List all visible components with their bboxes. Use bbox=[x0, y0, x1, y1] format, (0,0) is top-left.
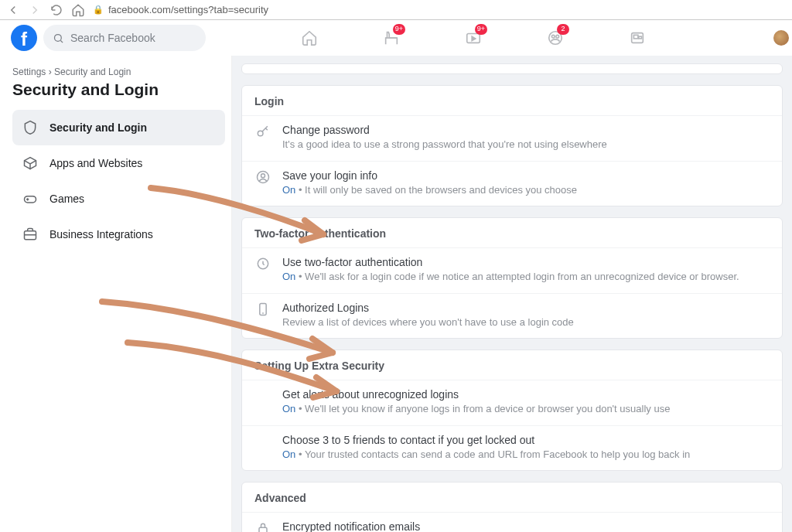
row-desc: On • We'll let you know if anyone logs i… bbox=[282, 402, 770, 416]
sidebar-item-label: Business Integrations bbox=[50, 228, 153, 240]
row-title: Choose 3 to 5 friends to contact if you … bbox=[282, 434, 770, 446]
games-icon bbox=[20, 189, 40, 209]
row-authorized-logins[interactable]: Authorized Logins Review a list of devic… bbox=[242, 293, 782, 339]
row-title: Save your login info bbox=[282, 169, 770, 182]
sidebar-item-label: Games bbox=[50, 193, 84, 205]
nav-tabs: 9+ 9+ 2 bbox=[292, 20, 654, 56]
key-icon bbox=[254, 124, 271, 152]
section-heading: Setting Up Extra Security bbox=[242, 350, 782, 380]
blank-icon bbox=[254, 388, 271, 416]
svg-point-0 bbox=[55, 34, 62, 41]
row-alerts[interactable]: Get alerts about unrecognized logins On … bbox=[242, 380, 782, 425]
badge-groups: 2 bbox=[557, 24, 569, 35]
phone-icon bbox=[254, 302, 271, 329]
row-desc: On • Your trusted contacts can send a co… bbox=[282, 448, 770, 462]
row-desc: It's a good idea to use a strong passwor… bbox=[282, 138, 770, 152]
business-icon bbox=[20, 224, 40, 244]
badge-friends: 9+ bbox=[393, 24, 405, 35]
blank-icon bbox=[254, 434, 271, 462]
row-title: Encrypted notification emails bbox=[282, 520, 770, 532]
section-heading: Login bbox=[242, 86, 782, 115]
card-tfa: Two-factor authentication Use two-factor… bbox=[241, 217, 783, 339]
nav-groups[interactable]: 2 bbox=[538, 23, 572, 53]
search-placeholder: Search Facebook bbox=[70, 32, 155, 44]
reload-icon[interactable] bbox=[50, 3, 63, 17]
forward-icon[interactable] bbox=[28, 3, 42, 17]
sidebar-item-label: Security and Login bbox=[50, 121, 147, 134]
apps-icon bbox=[20, 153, 40, 173]
nav-home[interactable] bbox=[292, 23, 326, 53]
status-on: On bbox=[282, 448, 295, 460]
row-desc: On • We'll ask for a login code if we no… bbox=[282, 270, 770, 284]
svg-point-12 bbox=[261, 173, 265, 177]
page-title: Security and Login bbox=[12, 80, 225, 99]
row-desc: On • It will only be saved on the browse… bbox=[282, 183, 770, 197]
address-bar[interactable]: 🔒 facebook.com/settings?tab=security bbox=[93, 4, 268, 15]
card-spacer bbox=[241, 63, 783, 74]
row-title: Get alerts about unrecognized logins bbox=[282, 388, 770, 401]
browser-chrome: 🔒 facebook.com/settings?tab=security bbox=[0, 0, 792, 20]
svg-rect-6 bbox=[633, 35, 638, 39]
main-panel: Login Change password It's a good idea t… bbox=[232, 56, 792, 532]
sidebar-item-apps[interactable]: Apps and Websites bbox=[12, 145, 225, 181]
url-text: facebook.com/settings?tab=security bbox=[108, 4, 268, 15]
sidebar-item-games[interactable]: Games bbox=[12, 181, 225, 217]
row-title: Authorized Logins bbox=[282, 302, 770, 314]
svg-rect-7 bbox=[639, 36, 642, 39]
lock-icon: 🔒 bbox=[93, 5, 104, 15]
lock-icon bbox=[254, 520, 271, 532]
facebook-logo[interactable]: f bbox=[11, 25, 37, 51]
status-on: On bbox=[282, 403, 295, 414]
breadcrumb[interactable]: Settings › Security and Login bbox=[12, 66, 225, 77]
card-login: Login Change password It's a good idea t… bbox=[241, 85, 783, 206]
svg-point-4 bbox=[556, 35, 559, 38]
home-icon[interactable] bbox=[71, 3, 85, 17]
back-icon[interactable] bbox=[6, 3, 20, 17]
row-desc: Review a list of devices where you won't… bbox=[282, 315, 770, 329]
sidebar-item-label: Apps and Websites bbox=[50, 157, 142, 169]
status-on: On bbox=[282, 184, 295, 196]
security-icon bbox=[20, 118, 40, 138]
sidebar-item-security[interactable]: Security and Login bbox=[12, 110, 225, 145]
nav-friends[interactable]: 9+ bbox=[374, 23, 408, 53]
row-encrypted-emails[interactable]: Encrypted notification emails Add extra … bbox=[242, 512, 782, 532]
section-heading: Advanced bbox=[242, 483, 782, 512]
person-icon bbox=[254, 169, 271, 197]
row-title: Change password bbox=[282, 124, 770, 136]
row-title: Use two-factor authentication bbox=[282, 256, 770, 268]
section-heading: Two-factor authentication bbox=[242, 218, 782, 247]
card-extra-security: Setting Up Extra Security Get alerts abo… bbox=[241, 350, 783, 471]
svg-rect-15 bbox=[259, 527, 267, 532]
row-trusted-friends[interactable]: Choose 3 to 5 friends to contact if you … bbox=[242, 425, 782, 471]
row-use-tfa[interactable]: Use two-factor authentication On • We'll… bbox=[242, 247, 782, 293]
row-change-password[interactable]: Change password It's a good idea to use … bbox=[242, 115, 782, 161]
svg-point-3 bbox=[551, 35, 555, 38]
status-on: On bbox=[282, 271, 295, 282]
svg-rect-8 bbox=[25, 196, 36, 203]
facebook-topbar: f Search Facebook 9+ 9+ 2 bbox=[0, 20, 792, 56]
card-advanced: Advanced Encrypted notification emails A… bbox=[241, 482, 783, 532]
nav-watch[interactable]: 9+ bbox=[456, 23, 490, 53]
row-save-login[interactable]: Save your login info On • It will only b… bbox=[242, 161, 782, 206]
badge-watch: 9+ bbox=[475, 24, 487, 35]
nav-gaming[interactable] bbox=[620, 23, 654, 53]
svg-point-10 bbox=[258, 131, 263, 136]
search-input[interactable]: Search Facebook bbox=[43, 25, 206, 51]
avatar[interactable] bbox=[773, 30, 789, 46]
sidebar-item-business[interactable]: Business Integrations bbox=[12, 217, 225, 252]
lock-shield-icon bbox=[254, 256, 271, 284]
sidebar: Settings › Security and Login Security a… bbox=[0, 56, 232, 532]
